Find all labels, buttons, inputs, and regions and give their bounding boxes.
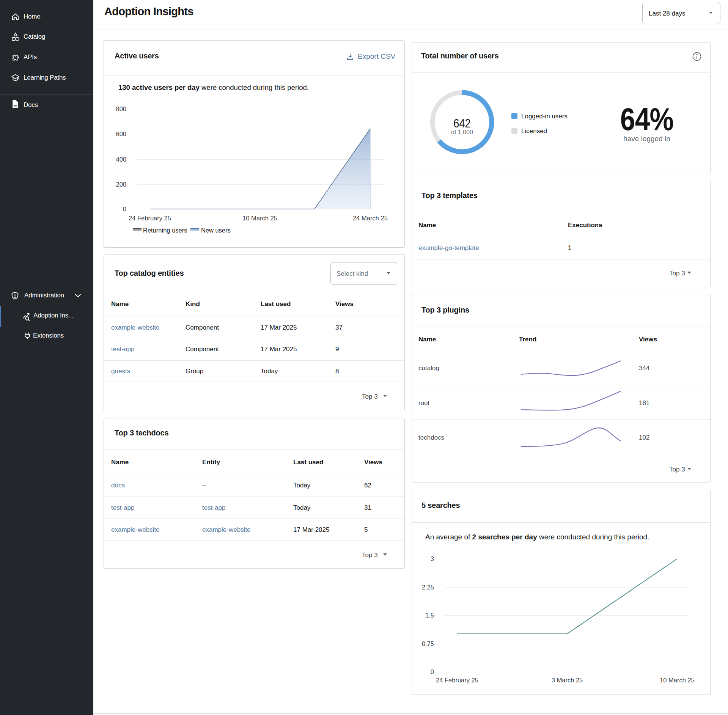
svg-text:2.25: 2.25: [422, 584, 434, 591]
svg-text:600: 600: [116, 130, 126, 137]
svg-text:24 February 25: 24 February 25: [436, 677, 478, 684]
svg-text:24 March 25: 24 March 25: [353, 215, 388, 222]
svg-text:10 March 25: 10 March 25: [660, 677, 695, 684]
svg-text:3 March 25: 3 March 25: [552, 677, 583, 684]
svg-text:10 March 25: 10 March 25: [242, 215, 277, 222]
svg-text:24 February 25: 24 February 25: [129, 215, 171, 222]
svg-text:1.5: 1.5: [425, 612, 434, 619]
svg-text:400: 400: [116, 156, 126, 163]
svg-text:0.75: 0.75: [422, 640, 434, 647]
svg-text:0: 0: [123, 206, 126, 212]
svg-text:3: 3: [431, 555, 434, 562]
svg-text:Returning users: Returning users: [143, 227, 187, 234]
svg-text:800: 800: [116, 105, 126, 112]
svg-text:0: 0: [431, 668, 434, 675]
svg-text:New users: New users: [201, 227, 231, 234]
svg-text:200: 200: [116, 181, 126, 188]
